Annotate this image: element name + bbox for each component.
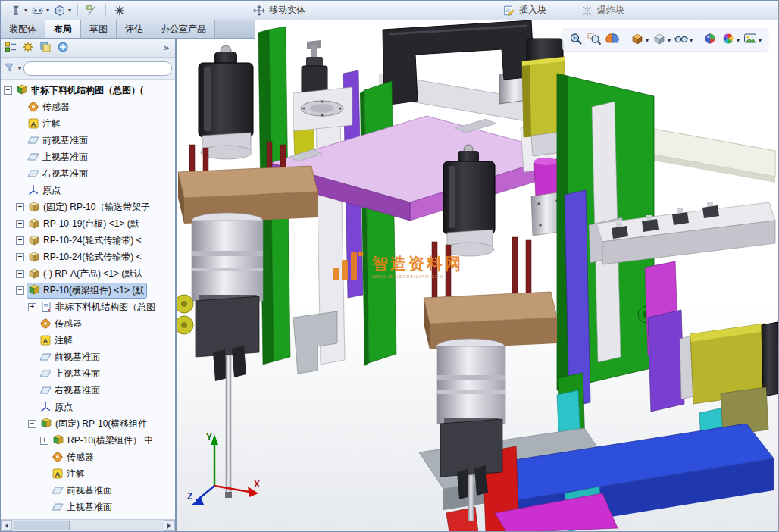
tree-item[interactable]: +RP-10-24(轮式传输带) < (1, 249, 175, 265)
chevron-down-icon[interactable]: ▾ (646, 37, 649, 44)
scroll-track[interactable] (12, 520, 164, 531)
expand-icon[interactable]: + (16, 253, 24, 261)
configuration-manager-icon[interactable] (39, 41, 53, 55)
tree-item[interactable]: 前视基准面 (1, 349, 175, 365)
solidworks-window: ▾ ▾ ▾ 移动实体 插入块 爆炸块 装配体布局草图评估办公室产品 (0, 0, 779, 532)
tree-filter-input[interactable] (23, 61, 172, 76)
scroll-right-button[interactable] (164, 520, 175, 531)
tree-item[interactable]: 原点 (1, 182, 175, 199)
insert-block-button[interactable]: 插入块 (500, 3, 548, 18)
tree-item[interactable]: A注解 (1, 465, 175, 482)
tree-item[interactable]: 上视基准面 (1, 149, 175, 165)
feature-tree: −非标下料机结构图（总图）(传感器A注解前视基准面上视基准面右视基准面原点+(固… (1, 80, 175, 519)
tree-item[interactable]: −(固定) RP-10(横移组件 (1, 415, 175, 432)
measure-tool-button[interactable] (83, 3, 101, 18)
dimxpert-manager-icon[interactable] (57, 41, 70, 55)
plane-icon (27, 134, 39, 146)
tree-item[interactable]: 传感器 (1, 449, 175, 465)
tree-item[interactable]: 右视基准面 (1, 165, 175, 182)
edit-appearance-button[interactable] (701, 31, 719, 49)
chevron-down-icon[interactable]: ▾ (18, 65, 21, 72)
expand-icon[interactable]: + (16, 236, 24, 245)
section-view-button[interactable] (603, 31, 621, 49)
chevron-down-icon[interactable]: ▾ (68, 7, 71, 14)
commandmanager-tab-3[interactable]: 评估 (117, 20, 152, 38)
collapse-icon[interactable]: − (4, 86, 12, 95)
filter-funnel-icon[interactable] (4, 62, 16, 74)
view-settings-button[interactable]: ▾ (741, 31, 763, 49)
tree-hscrollbar[interactable] (1, 519, 175, 531)
tree-item[interactable]: +RP-10-24(轮式传输带) < (1, 232, 175, 249)
tree-item[interactable]: 传感器 (1, 99, 175, 115)
origin-icon (39, 401, 52, 413)
tree-item-label: 非标下料机结构图（总图 (55, 301, 155, 314)
expand-icon[interactable]: + (40, 437, 48, 445)
expand-panel-chevron[interactable]: » (164, 42, 171, 53)
tree-item[interactable]: 前视基准面 (1, 482, 175, 499)
chevron-down-icon[interactable]: ▾ (46, 7, 49, 14)
tree-item[interactable]: +(固定) RP-10（输送带架子 (1, 199, 175, 215)
assembly-icon (16, 84, 28, 96)
explode-block-label: 爆炸块 (597, 4, 624, 17)
scroll-left-button[interactable] (1, 520, 12, 531)
commandmanager-tab-2[interactable]: 草图 (81, 20, 117, 38)
belt-chain-button[interactable]: ▾ (29, 3, 51, 18)
commandmanager-tab-1[interactable]: 布局 (45, 20, 81, 38)
tree-item[interactable]: A注解 (1, 332, 175, 349)
tree-item[interactable]: 传感器 (1, 315, 175, 332)
asterisk-pattern-button[interactable] (111, 3, 129, 18)
toolbar-separator (77, 4, 78, 17)
collapse-icon[interactable]: − (16, 286, 24, 295)
viewport-3d[interactable]: ▾▾▾▾▾ 智造资料网 WWW.ZHIZAOZILIAO.COM Y (177, 20, 778, 531)
plane-icon (52, 484, 64, 496)
chevron-down-icon[interactable]: ▾ (759, 37, 762, 44)
collapse-icon[interactable]: − (28, 420, 36, 428)
tree-item[interactable]: 上视基准面 (1, 365, 175, 382)
bolt-tool-button[interactable]: ▾ (7, 3, 29, 18)
expand-icon[interactable]: + (28, 303, 36, 311)
view-orientation-icon (630, 32, 645, 49)
hide-show-items-button[interactable]: ▾ (672, 31, 694, 49)
tree-item[interactable]: +(-) RP-A(产品) <1> (默认 (1, 265, 175, 282)
tree-item[interactable]: +RP-10-19(台板) <1> (默 (1, 215, 175, 232)
tree-item[interactable]: 前视基准面 (1, 132, 175, 149)
apply-scene-button[interactable]: ▾ (719, 31, 741, 49)
tree-item[interactable]: 上视基准面 (1, 499, 175, 515)
expand-icon[interactable]: + (16, 203, 24, 211)
tree-item[interactable]: +非标下料机结构图（总图 (1, 299, 175, 315)
chevron-down-icon[interactable]: ▾ (690, 37, 693, 44)
scroll-thumb[interactable] (14, 521, 70, 530)
heads-up-view-toolbar: ▾▾▾▾▾ (562, 30, 768, 51)
tree-item[interactable]: 右视基准面 (1, 382, 175, 399)
explode-block-button[interactable]: 爆炸块 (578, 3, 626, 18)
move-entity-button[interactable]: 移动实体 (250, 3, 307, 18)
move-entity-label: 移动实体 (269, 4, 305, 17)
featuremanager-tree-icon[interactable] (5, 41, 18, 55)
chevron-down-icon[interactable]: ▾ (737, 37, 740, 44)
expand-icon[interactable]: + (16, 270, 24, 278)
zoom-fit-button[interactable] (567, 31, 585, 49)
tree-item[interactable]: 原点 (1, 399, 175, 415)
tree-item[interactable]: A注解 (1, 115, 175, 132)
chevron-down-icon[interactable]: ▾ (668, 37, 671, 44)
move-entity-icon (252, 4, 267, 17)
component-icon (28, 234, 40, 246)
expand-icon[interactable]: + (16, 220, 24, 228)
chevron-down-icon[interactable]: ▾ (24, 7, 27, 14)
tree-item[interactable]: +RP-10(横梁组件） 中 (1, 432, 175, 449)
tree-item[interactable]: −非标下料机结构图（总图）( (1, 82, 175, 99)
view-orientation-button[interactable]: ▾ (628, 31, 650, 49)
belt-chain-icon (30, 4, 45, 17)
commandmanager-tab-4[interactable]: 办公室产品 (152, 20, 215, 38)
commandmanager-tab-0[interactable]: 装配体 (1, 20, 45, 38)
sensors-icon (27, 101, 39, 113)
propertymanager-icon[interactable] (22, 41, 36, 55)
zoom-area-button[interactable] (585, 31, 603, 49)
cad-model-canvas[interactable] (177, 20, 779, 532)
tree-item[interactable]: −RP-10(横梁组件) <1> (默 (1, 282, 175, 299)
hexagon-sketch-icon (52, 4, 67, 17)
hexagon-sketch-button[interactable]: ▾ (51, 3, 73, 18)
component-icon (28, 251, 40, 263)
display-style-button[interactable]: ▾ (650, 31, 672, 49)
tree-item-label: 传感器 (67, 451, 94, 464)
